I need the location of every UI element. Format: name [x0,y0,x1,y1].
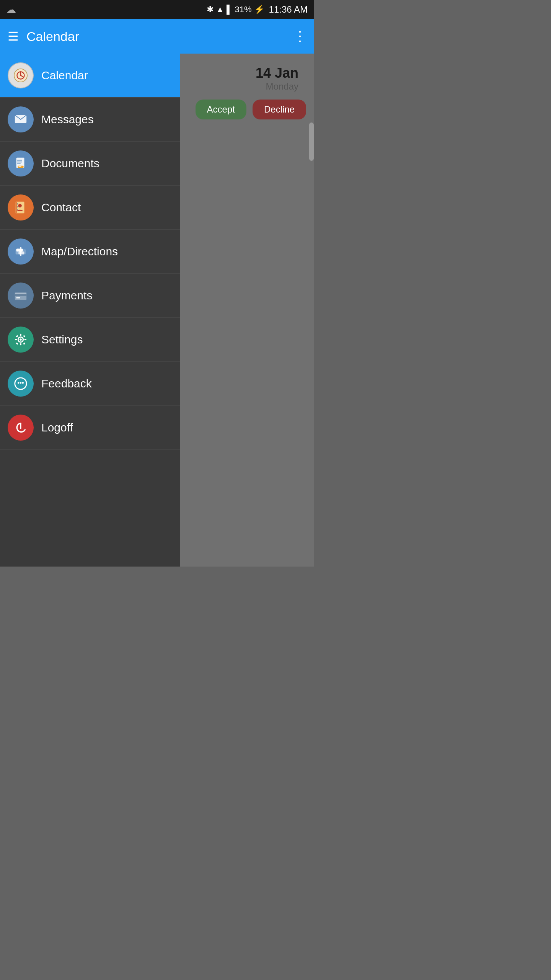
sidebar-item-feedback[interactable]: Feedback [0,362,180,406]
svg-rect-21 [16,248,23,252]
main-container: Calendar Messages [0,54,314,567]
svg-point-41 [22,382,24,384]
sidebar-item-messages[interactable]: Messages [0,98,180,142]
sidebar-item-contact[interactable]: Contact [0,186,180,230]
svg-rect-11 [18,167,21,167]
svg-rect-37 [23,342,26,345]
svg-rect-36 [16,342,18,345]
svg-rect-27 [15,294,26,296]
svg-rect-33 [24,339,27,340]
sidebar-item-calendar[interactable]: Calendar [0,54,180,98]
hamburger-menu-icon[interactable]: ☰ [8,30,19,42]
svg-rect-34 [16,335,18,338]
svg-rect-16 [17,206,18,207]
svg-rect-31 [20,343,21,346]
settings-icon [8,327,34,353]
calendar-icon [8,62,34,88]
battery-icon: ⚡ [254,5,264,15]
sidebar-item-logoff[interactable]: Logoff [0,406,180,450]
sidebar-item-label-calendar: Calendar [41,69,88,82]
calendar-date: 14 Jan [187,65,298,81]
svg-point-14 [18,204,22,208]
svg-point-40 [20,382,22,384]
app-bar: ☰ Calendar ⋮ [0,19,314,54]
sidebar-item-label-messages: Messages [41,113,94,126]
decline-button[interactable]: Decline [253,100,306,119]
payments-icon [8,283,34,309]
app-bar-left: ☰ Calendar [8,29,79,44]
sidebar-item-settings[interactable]: Settings [0,318,180,362]
wifi-icon: ▲ [216,5,224,15]
scrollbar-indicator [309,122,314,161]
svg-rect-26 [16,297,20,299]
calendar-weekday: Monday [187,81,298,92]
svg-point-29 [20,338,22,341]
svg-rect-13 [16,202,17,213]
documents-icon [8,150,34,176]
sidebar-item-label-settings: Settings [41,333,83,346]
svg-rect-8 [17,162,22,162]
date-header: 14 Jan Monday [187,61,306,96]
signal-icon: ▌ [227,5,233,15]
status-bar-left: ☁ [6,4,16,16]
sidebar-item-label-payments: Payments [41,289,92,302]
status-bar-right: ✱ ▲ ▌ 31% ⚡ 11:36 AM [207,4,308,15]
map-icon [8,238,34,265]
bluetooth-icon: ✱ [207,5,214,15]
svg-rect-7 [17,160,22,161]
svg-rect-17 [17,209,18,211]
status-bar: ☁ ✱ ▲ ▌ 31% ⚡ 11:36 AM [0,0,314,19]
status-bar-time: 11:36 AM [269,4,308,15]
sidebar-item-label-contact: Contact [41,201,81,214]
sidebar-item-label-feedback: Feedback [41,377,92,390]
sidebar: Calendar Messages [0,54,180,567]
svg-point-39 [18,382,20,384]
svg-point-4 [20,75,21,76]
svg-rect-30 [20,334,21,336]
right-panel: 14 Jan Monday Accept Decline [180,54,314,567]
accept-button[interactable]: Accept [196,100,246,119]
svg-rect-9 [17,163,21,164]
logoff-icon [8,415,34,441]
svg-rect-15 [17,203,18,205]
svg-rect-32 [15,339,17,340]
sidebar-item-documents[interactable]: Documents [0,142,180,186]
more-options-icon[interactable]: ⋮ [293,28,306,44]
sidebar-item-label-logoff: Logoff [41,421,73,434]
battery-text: 31% [235,5,252,15]
cloud-icon: ☁ [6,4,16,16]
sidebar-item-label-map: Map/Directions [41,245,118,258]
action-buttons: Accept Decline [187,100,306,119]
app-title: Calendar [26,29,79,44]
sidebar-item-map-directions[interactable]: Map/Directions [0,230,180,274]
svg-rect-35 [23,335,26,338]
feedback-icon [8,371,34,397]
sidebar-item-payments[interactable]: Payments [0,274,180,318]
sidebar-item-label-documents: Documents [41,157,99,170]
contact-icon [8,194,34,220]
messages-icon [8,106,34,132]
svg-rect-22 [18,252,24,255]
